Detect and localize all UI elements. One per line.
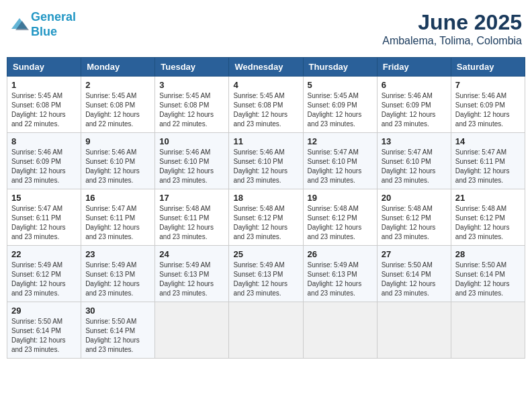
weekday-header-monday: Monday (81, 58, 155, 77)
day-number: 12 (308, 136, 373, 146)
month-title: June 2025 (382, 10, 522, 35)
weekday-header-friday: Friday (377, 58, 451, 77)
calendar-cell: 16Sunrise: 5:47 AMSunset: 6:11 PMDayligh… (81, 189, 155, 246)
day-info: Sunrise: 5:46 AMSunset: 6:10 PMDaylight:… (159, 148, 224, 185)
day-number: 15 (11, 193, 77, 203)
calendar-cell: 1Sunrise: 5:45 AMSunset: 6:08 PMDaylight… (7, 77, 81, 133)
day-info: Sunrise: 5:48 AMSunset: 6:12 PMDaylight:… (233, 204, 298, 242)
day-info: Sunrise: 5:46 AMSunset: 6:09 PMDaylight:… (382, 91, 447, 129)
weekday-header-tuesday: Tuesday (155, 58, 229, 77)
day-number: 28 (455, 249, 521, 259)
calendar-cell: 6Sunrise: 5:46 AMSunset: 6:09 PMDaylight… (377, 77, 451, 133)
day-info: Sunrise: 5:48 AMSunset: 6:11 PMDaylight:… (159, 204, 224, 242)
calendar-cell: 8Sunrise: 5:46 AMSunset: 6:09 PMDaylight… (7, 133, 81, 189)
page-header: General Blue June 2025 Ambalema, Tolima,… (7, 7, 525, 50)
calendar-cell: 21Sunrise: 5:48 AMSunset: 6:12 PMDayligh… (451, 189, 525, 246)
calendar-header: SundayMondayTuesdayWednesdayThursdayFrid… (7, 58, 525, 77)
calendar-cell: 19Sunrise: 5:48 AMSunset: 6:12 PMDayligh… (303, 189, 377, 246)
day-number: 11 (233, 136, 298, 146)
day-number: 30 (85, 306, 150, 316)
calendar-cell: 11Sunrise: 5:46 AMSunset: 6:10 PMDayligh… (229, 133, 303, 189)
calendar-cell: 13Sunrise: 5:47 AMSunset: 6:10 PMDayligh… (377, 133, 451, 189)
location-title: Ambalema, Tolima, Colombia (382, 35, 522, 47)
weekday-header-thursday: Thursday (303, 58, 377, 77)
day-number: 23 (85, 249, 150, 259)
day-number: 5 (308, 80, 373, 90)
calendar-cell: 28Sunrise: 5:50 AMSunset: 6:14 PMDayligh… (451, 246, 525, 302)
day-info: Sunrise: 5:49 AMSunset: 6:13 PMDaylight:… (159, 261, 224, 298)
day-number: 26 (308, 249, 373, 259)
day-number: 8 (11, 136, 77, 146)
calendar-week-3: 15Sunrise: 5:47 AMSunset: 6:11 PMDayligh… (7, 189, 525, 246)
day-number: 9 (85, 136, 150, 146)
day-info: Sunrise: 5:49 AMSunset: 6:13 PMDaylight:… (233, 261, 298, 298)
calendar-week-1: 1Sunrise: 5:45 AMSunset: 6:08 PMDaylight… (7, 77, 525, 133)
calendar-cell: 23Sunrise: 5:49 AMSunset: 6:13 PMDayligh… (81, 246, 155, 302)
calendar-cell: 30Sunrise: 5:50 AMSunset: 6:14 PMDayligh… (81, 302, 155, 359)
title-area: June 2025 Ambalema, Tolima, Colombia (382, 10, 522, 47)
day-info: Sunrise: 5:50 AMSunset: 6:14 PMDaylight:… (11, 317, 77, 355)
day-info: Sunrise: 5:45 AMSunset: 6:08 PMDaylight:… (159, 91, 224, 129)
day-number: 19 (308, 193, 373, 203)
day-info: Sunrise: 5:46 AMSunset: 6:09 PMDaylight:… (11, 148, 77, 185)
day-info: Sunrise: 5:49 AMSunset: 6:13 PMDaylight:… (85, 261, 150, 298)
day-number: 17 (159, 193, 224, 203)
day-number: 6 (382, 80, 447, 90)
day-number: 4 (233, 80, 298, 90)
day-number: 16 (85, 193, 150, 203)
calendar-cell: 17Sunrise: 5:48 AMSunset: 6:11 PMDayligh… (155, 189, 229, 246)
calendar-cell: 9Sunrise: 5:46 AMSunset: 6:10 PMDaylight… (81, 133, 155, 189)
day-info: Sunrise: 5:45 AMSunset: 6:09 PMDaylight:… (308, 91, 373, 129)
calendar-body: 1Sunrise: 5:45 AMSunset: 6:08 PMDaylight… (7, 77, 525, 359)
calendar-cell: 7Sunrise: 5:46 AMSunset: 6:09 PMDaylight… (451, 77, 525, 133)
weekday-header-wednesday: Wednesday (229, 58, 303, 77)
day-number: 18 (233, 193, 298, 203)
calendar-cell: 29Sunrise: 5:50 AMSunset: 6:14 PMDayligh… (7, 302, 81, 359)
day-info: Sunrise: 5:47 AMSunset: 6:11 PMDaylight:… (11, 204, 77, 242)
day-number: 14 (455, 136, 521, 146)
day-number: 22 (11, 249, 77, 259)
calendar-cell: 14Sunrise: 5:47 AMSunset: 6:11 PMDayligh… (451, 133, 525, 189)
day-info: Sunrise: 5:48 AMSunset: 6:12 PMDaylight:… (455, 204, 521, 242)
calendar-week-2: 8Sunrise: 5:46 AMSunset: 6:09 PMDaylight… (7, 133, 525, 189)
day-number: 13 (382, 136, 447, 146)
weekday-header-sunday: Sunday (7, 58, 81, 77)
weekday-header-row: SundayMondayTuesdayWednesdayThursdayFrid… (7, 58, 525, 77)
day-info: Sunrise: 5:48 AMSunset: 6:12 PMDaylight:… (382, 204, 447, 242)
day-info: Sunrise: 5:47 AMSunset: 6:11 PMDaylight:… (85, 204, 150, 242)
calendar-cell (451, 302, 525, 359)
calendar-week-5: 29Sunrise: 5:50 AMSunset: 6:14 PMDayligh… (7, 302, 525, 359)
calendar-cell (229, 302, 303, 359)
logo-line2: Blue (31, 25, 57, 38)
calendar-cell: 5Sunrise: 5:45 AMSunset: 6:09 PMDaylight… (303, 77, 377, 133)
calendar-week-4: 22Sunrise: 5:49 AMSunset: 6:12 PMDayligh… (7, 246, 525, 302)
calendar-cell: 10Sunrise: 5:46 AMSunset: 6:10 PMDayligh… (155, 133, 229, 189)
day-number: 10 (159, 136, 224, 146)
day-info: Sunrise: 5:46 AMSunset: 6:10 PMDaylight:… (85, 148, 150, 185)
day-number: 21 (455, 193, 521, 203)
calendar-cell (303, 302, 377, 359)
day-number: 3 (159, 80, 224, 90)
logo-line1: General (31, 10, 76, 24)
calendar-cell: 15Sunrise: 5:47 AMSunset: 6:11 PMDayligh… (7, 189, 81, 246)
day-info: Sunrise: 5:45 AMSunset: 6:08 PMDaylight:… (85, 91, 150, 129)
day-info: Sunrise: 5:45 AMSunset: 6:08 PMDaylight:… (11, 91, 77, 129)
day-info: Sunrise: 5:48 AMSunset: 6:12 PMDaylight:… (308, 204, 373, 242)
calendar-cell: 18Sunrise: 5:48 AMSunset: 6:12 PMDayligh… (229, 189, 303, 246)
calendar-cell: 27Sunrise: 5:50 AMSunset: 6:14 PMDayligh… (377, 246, 451, 302)
calendar-cell: 26Sunrise: 5:49 AMSunset: 6:13 PMDayligh… (303, 246, 377, 302)
weekday-header-saturday: Saturday (451, 58, 525, 77)
day-info: Sunrise: 5:45 AMSunset: 6:08 PMDaylight:… (233, 91, 298, 129)
day-info: Sunrise: 5:47 AMSunset: 6:11 PMDaylight:… (455, 148, 521, 185)
calendar-cell: 25Sunrise: 5:49 AMSunset: 6:13 PMDayligh… (229, 246, 303, 302)
day-info: Sunrise: 5:47 AMSunset: 6:10 PMDaylight:… (308, 148, 373, 185)
day-info: Sunrise: 5:49 AMSunset: 6:13 PMDaylight:… (308, 261, 373, 298)
logo-text: General Blue (31, 10, 76, 39)
day-number: 25 (233, 249, 298, 259)
day-info: Sunrise: 5:46 AMSunset: 6:09 PMDaylight:… (455, 91, 521, 129)
calendar-cell: 22Sunrise: 5:49 AMSunset: 6:12 PMDayligh… (7, 246, 81, 302)
day-number: 2 (85, 80, 150, 90)
day-number: 7 (455, 80, 521, 90)
calendar-cell: 2Sunrise: 5:45 AMSunset: 6:08 PMDaylight… (81, 77, 155, 133)
calendar-table: SundayMondayTuesdayWednesdayThursdayFrid… (7, 57, 525, 359)
